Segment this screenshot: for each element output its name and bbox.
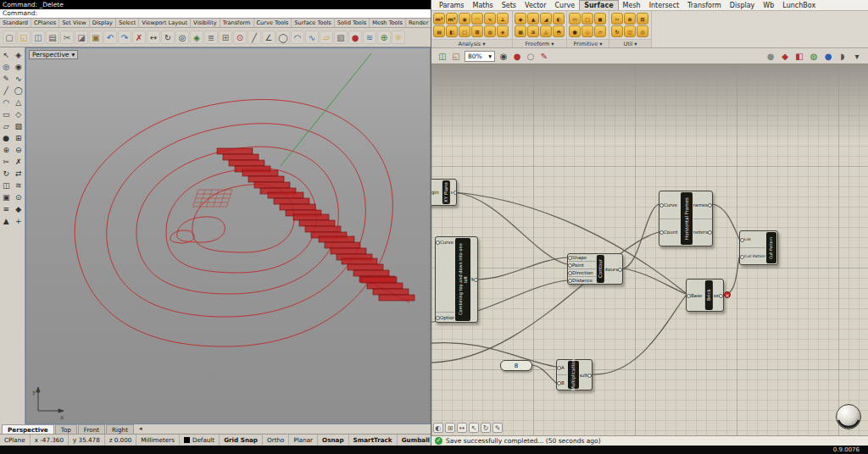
zoom-icon[interactable]: ◎	[175, 30, 189, 44]
lasso-icon[interactable]: ◈	[13, 49, 25, 61]
network-icon[interactable]: ▦	[515, 25, 526, 37]
input-port[interactable]: List	[740, 231, 765, 247]
save-icon[interactable]: ◫	[31, 30, 45, 44]
ribbon-group-label[interactable]: Util▾	[609, 39, 651, 47]
viewport-title[interactable]: Perspective ▾	[29, 50, 78, 59]
box-icon[interactable]: ▢	[581, 13, 593, 25]
evaluate-icon[interactable]: ◉	[459, 13, 470, 25]
viewport-tab[interactable]: Front	[78, 424, 105, 434]
zoom-icon[interactable]: ◎	[0, 61, 13, 73]
loft-icon[interactable]: ≋	[527, 25, 539, 37]
isocurve-icon[interactable]: ∿	[484, 13, 496, 25]
plane-surface-icon[interactable]: ▭	[569, 13, 581, 25]
print-icon[interactable]: ▤	[46, 30, 59, 44]
gem-icon[interactable]: ◆	[13, 203, 25, 215]
output-port[interactable]: Result	[580, 360, 592, 390]
pan-icon[interactable]: ◈	[190, 30, 203, 44]
toolbar-tab[interactable]: Select	[116, 19, 139, 27]
circle-icon[interactable]: ◯	[13, 85, 25, 97]
input-port[interactable]: Point	[568, 261, 596, 269]
boolean-icon[interactable]: ⊕	[377, 30, 391, 44]
output-port[interactable]: Loft	[471, 237, 477, 322]
marker-pen-icon[interactable]: ✎	[538, 50, 550, 62]
volume-icon[interactable]: m³	[446, 13, 458, 25]
toolbar-tab[interactable]: Render Tools	[406, 19, 431, 27]
input-port[interactable]: Direction	[568, 269, 596, 276]
toolbar-tab[interactable]: Curve Tools	[254, 19, 292, 27]
output-port[interactable]: Frames	[693, 191, 712, 219]
component-brick[interactable]: Base Brick Box ×	[686, 279, 724, 312]
input-port[interactable]: Curve	[436, 237, 454, 247]
command-input[interactable]: Command:	[0, 9, 431, 19]
offset-icon[interactable]: ◎	[637, 25, 648, 37]
sketch-icon[interactable]: ✎	[492, 423, 503, 433]
union-icon[interactable]: ⊕	[0, 144, 13, 156]
menu-item[interactable]: Vector	[520, 1, 551, 10]
gray-sphere-icon[interactable]: ●	[765, 50, 776, 62]
copy-icon[interactable]: ◫	[0, 180, 13, 191]
curvature-icon[interactable]: ◠	[471, 13, 483, 25]
corners-icon[interactable]: ▢	[459, 25, 470, 37]
loft-icon[interactable]: ≋	[363, 30, 376, 44]
menu-item[interactable]: Sets	[498, 1, 520, 10]
dimensions-icon[interactable]: ◧	[446, 25, 458, 37]
area-icon[interactable]: m²	[433, 13, 445, 25]
dropdown-caret-icon[interactable]: ▾	[851, 50, 863, 62]
select-icon[interactable]: ↖	[469, 423, 479, 433]
input-port[interactable]: Cull Pattern	[740, 247, 765, 264]
layers-icon[interactable]: ≣	[204, 30, 218, 44]
circle-icon[interactable]: ◯	[276, 30, 290, 44]
menu-item[interactable]: Maths	[469, 1, 498, 10]
input-port[interactable]: Distance	[568, 276, 596, 284]
triangle-icon[interactable]: △	[13, 97, 25, 108]
trim-icon[interactable]: ✂	[0, 156, 13, 168]
viewport-tab[interactable]: Right	[106, 424, 134, 434]
ribbon-group-label[interactable]: Primitive▾	[567, 39, 609, 47]
closest-point-icon[interactable]: ◍	[484, 25, 496, 37]
divide-icon[interactable]: ⊞	[471, 25, 483, 37]
grid-icon[interactable]: ⊞	[445, 423, 455, 433]
cut-icon[interactable]: ✂	[60, 30, 74, 44]
red-box-icon[interactable]: ◧	[793, 50, 805, 62]
input-port[interactable]: Base	[687, 280, 704, 311]
ribbon-group-label[interactable]: Analysis▾	[431, 39, 512, 47]
snap-toggle[interactable]: Grid Snap	[220, 435, 263, 446]
zoom-caret-icon[interactable]: ▾	[488, 53, 492, 60]
move-icon[interactable]: ↔	[147, 30, 160, 44]
shape-icon[interactable]: ◈	[497, 25, 509, 37]
output-port[interactable]: Box	[714, 280, 723, 311]
deconstruct-icon[interactable]: ▤	[433, 25, 445, 37]
undo-icon[interactable]: ↶	[103, 30, 117, 44]
component-xy-plane[interactable]: Origin XY Plane Plane	[431, 179, 457, 206]
ribbon-group-label[interactable]: Freeform▾	[513, 39, 566, 47]
rotate-icon[interactable]: ↻	[0, 168, 13, 180]
arc-icon[interactable]: ◠	[291, 30, 304, 44]
layers-icon[interactable]: ≡	[0, 203, 13, 215]
input-port[interactable]: Curve	[659, 191, 680, 219]
line-icon[interactable]: ╱	[248, 30, 261, 44]
toolbar-tab[interactable]: Surface Tools	[292, 19, 334, 27]
menu-item[interactable]: Params	[435, 1, 469, 10]
edge-surface-icon[interactable]: ◓	[553, 25, 565, 37]
surface-icon[interactable]: ▱	[320, 30, 333, 44]
output-port[interactable]: Parameters	[693, 219, 712, 246]
menu-item[interactable]: LunchBox	[778, 1, 820, 10]
input-port[interactable]: Origin	[431, 180, 442, 205]
output-port[interactable]: Plane	[451, 180, 457, 205]
toolbar-tab[interactable]: Viewport Layout	[139, 19, 191, 27]
delete-icon[interactable]: ✗	[132, 30, 146, 44]
arc-icon[interactable]: ◠	[0, 97, 13, 108]
sphere-icon[interactable]: ●	[348, 30, 362, 44]
sphere-icon[interactable]: ●	[0, 132, 13, 144]
snap-toggle[interactable]: Ortho	[263, 435, 289, 446]
pan-icon[interactable]: ◉	[13, 61, 25, 73]
untrim-icon[interactable]: ⊟	[637, 13, 648, 25]
line-icon[interactable]: ╱	[0, 85, 13, 97]
redo-icon[interactable]: ↷	[118, 30, 131, 44]
layer-selector[interactable]: Default	[180, 435, 220, 446]
toolbar-tab[interactable]: Solid Tools	[335, 19, 370, 27]
plane-icon[interactable]: ▱	[594, 25, 606, 37]
menu-item[interactable]: Wb	[759, 1, 778, 10]
extrude-icon[interactable]: ▣	[0, 191, 13, 203]
output-port[interactable]: Contours	[605, 254, 622, 284]
